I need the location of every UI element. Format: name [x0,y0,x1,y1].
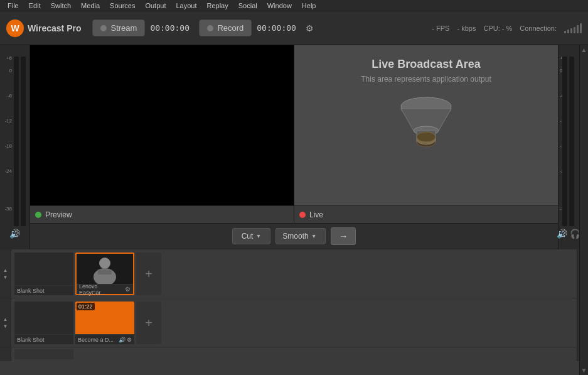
vu-scale-m6-left: -6 [8,93,12,99]
layer-row-2: ▲ ▼ Blank Shot 01:22 Become a D... 🔊 ⚙ [0,298,588,347]
lenovo-cam-thumb[interactable]: Lenovo EasyCar... ⚙ [75,253,134,295]
vu-bar-ch2-right [569,57,574,226]
layer-partial-items [11,347,577,361]
stream-button[interactable]: Stream [92,19,145,36]
become-time-badge: 01:22 [77,303,95,310]
record-button[interactable]: Record [199,19,252,36]
smooth-dropdown[interactable]: Smooth ▼ [275,228,326,244]
vu-icons-right: 🔊 🎧 [557,229,580,239]
logo-area: W Wirecast Pro [6,19,81,37]
fps-display: - FPS [432,24,449,32]
video-panels: Preview Live Broadcast Area This area re… [30,45,558,223]
lenovo-gear-icon[interactable]: ⚙ [125,286,131,293]
layers-scrollbar: ▲ ▼ [579,45,588,375]
add-source-btn-1[interactable]: + [136,253,161,295]
blank-shot-thumb-1[interactable]: Blank Shot [14,253,73,295]
audio-icon: 🔊 [119,337,126,343]
preview-screen [30,45,294,205]
signal-bar-3 [570,28,572,33]
preview-panel: Preview [30,45,294,223]
preview-label: Preview [45,210,72,219]
menu-window[interactable]: Window [262,0,297,11]
cpu-display: CPU: - % [483,24,512,32]
cut-button[interactable]: Cut ▼ [232,228,271,244]
menu-bar: File Edit Switch Media Sources Output La… [0,0,588,11]
smooth-label: Smooth [282,232,308,241]
toolbar-stats: - FPS - kbps CPU: - % Connection: [432,23,582,33]
menu-social[interactable]: Social [233,0,262,11]
vu-scale-m38-left: -38 [4,206,12,212]
menu-edit[interactable]: Edit [24,0,46,11]
become-gear-icon[interactable]: ⚙ [127,337,132,343]
layer-items-2: Blank Shot 01:22 Become a D... 🔊 ⚙ + [11,298,577,347]
vu-scale-0-left: 0 [9,68,12,73]
svg-point-8 [99,258,110,269]
preview-status-dot [35,212,41,218]
cut-chevron-icon: ▼ [255,233,261,239]
vu-scale-top-left: +6 [6,55,12,61]
headphones-icon-right[interactable]: 🎧 [570,229,580,239]
add-source-btn-2[interactable]: + [136,302,161,344]
svg-point-6 [417,132,436,142]
vu-scale-m24-left: -24 [4,168,12,174]
signal-bars [564,23,582,33]
menu-sources[interactable]: Sources [105,0,140,11]
vu-scale-m18-left: -18 [4,143,12,149]
live-label: Live [309,210,323,219]
transition-bar: Cut ▼ Smooth ▼ → [30,223,558,249]
menu-media[interactable]: Media [76,0,105,11]
signal-bar-6 [580,23,582,33]
main-content: +6 0 -6 -12 -18 -24 -38 🔊 Preview [0,45,588,249]
wirecast-logo-icon: W [6,19,24,37]
speaker-icon-left[interactable]: 🔊 [9,229,20,239]
layer-partial-controls [0,347,11,361]
vu-bar-ch1-right [562,57,567,226]
signal-bar-4 [574,27,575,33]
layer-controls-2: ▲ ▼ [0,298,11,347]
connection-label: Connection: [520,24,557,32]
wirecast-funnel-logo [395,96,457,153]
partial-thumb [14,349,73,359]
layer-up-arrow-1[interactable]: ▲ [3,268,8,273]
cam-image [77,254,133,284]
menu-help[interactable]: Help [297,0,321,11]
live-status-dot [299,212,306,218]
menu-layout[interactable]: Layout [171,0,201,11]
menu-switch[interactable]: Switch [46,0,76,11]
panels-area: Preview Live Broadcast Area This area re… [30,45,558,249]
stream-time: 00:00:00 [150,23,194,33]
record-time: 00:00:00 [257,23,301,33]
become-label: Become a D... 🔊 ⚙ [75,334,134,344]
kbps-display: - kbps [457,24,476,32]
live-broadcast-title: Live Broadcast Area [372,58,480,71]
layer-down-arrow-2[interactable]: ▼ [3,323,8,329]
vu-meter-left: +6 0 -6 -12 -18 -24 -38 🔊 [0,45,30,249]
blank-shot-label-2: Blank Shot [14,334,73,344]
layers-panel: ▲ ▼ Blank Shot [0,249,588,375]
lenovo-cam-label: Lenovo EasyCar... ⚙ [77,284,133,294]
become-image: 01:22 [75,302,134,334]
layer-up-arrow-2[interactable]: ▲ [3,317,8,322]
signal-bar-2 [567,30,569,33]
menu-output[interactable]: Output [140,0,171,11]
settings-gear-icon[interactable]: ⚙ [306,23,314,33]
signal-bar-1 [564,31,566,33]
layer-down-arrow-1[interactable]: ▼ [3,274,8,280]
vu-scale-m12-left: -12 [4,118,12,124]
layer-row-partial [0,347,588,361]
scroll-down-arrow[interactable]: ▼ [581,367,587,374]
preview-label-bar: Preview [30,205,294,223]
go-button[interactable]: → [331,227,356,245]
become-thumb[interactable]: 01:22 Become a D... 🔊 ⚙ [75,302,134,344]
speaker-icon-right[interactable]: 🔊 [557,229,567,239]
app-title: Wirecast Pro [28,23,81,33]
menu-replay[interactable]: Replay [202,0,233,11]
cut-label: Cut [242,232,254,241]
blank-shot-thumb-2[interactable]: Blank Shot [14,302,73,344]
live-screen: Live Broadcast Area This area represents… [294,45,558,205]
stream-status-dot [100,25,107,31]
person-silhouette [77,254,133,284]
scroll-up-arrow[interactable]: ▲ [581,46,587,53]
menu-file[interactable]: File [3,0,24,11]
svg-rect-10 [98,269,112,274]
